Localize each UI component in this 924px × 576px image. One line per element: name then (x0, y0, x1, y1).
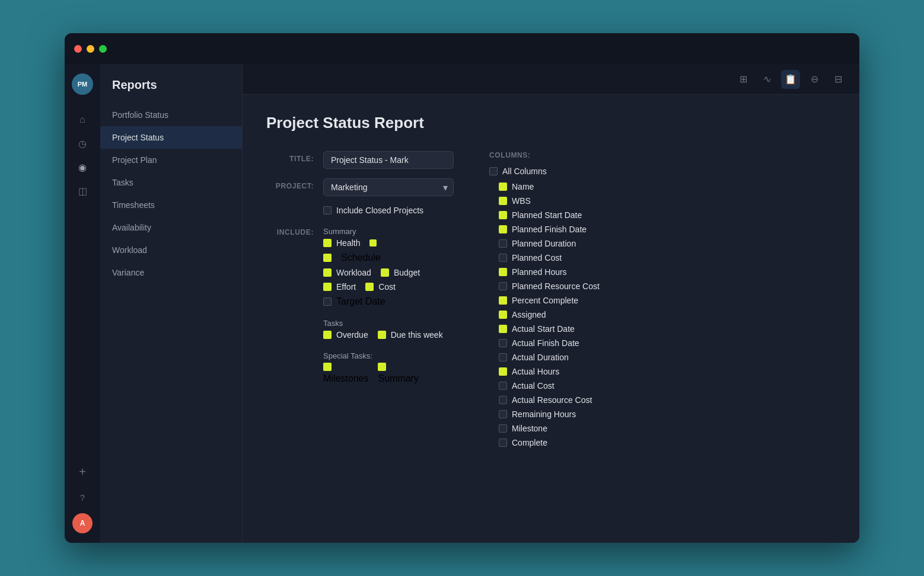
icon-bar: PM ⌂ ◷ ◉ ◫ + ? A (65, 64, 100, 543)
col-percent-complete-checkbox[interactable] (499, 296, 507, 305)
app-window: PM ⌂ ◷ ◉ ◫ + ? A Reports Portfolio Statu… (65, 33, 859, 543)
col-planned-hours-label: Planned Hours (512, 267, 567, 277)
home-icon[interactable]: ⌂ (72, 109, 93, 130)
col-wbs: WBS (489, 196, 836, 206)
col-actual-start-checkbox[interactable] (499, 325, 507, 333)
col-assigned-checkbox[interactable] (499, 311, 507, 319)
col-complete-checkbox[interactable] (499, 439, 507, 447)
col-planned-hours-checkbox[interactable] (499, 268, 507, 276)
col-planned-finish-checkbox[interactable] (499, 225, 507, 233)
include-closed-label: Include Closed Projects (336, 206, 423, 215)
col-planned-finish: Planned Finish Date (489, 225, 836, 234)
summary-special-checkbox[interactable] (378, 363, 386, 371)
title-label: TITLE: (266, 151, 314, 163)
col-planned-start: Planned Start Date (489, 210, 836, 220)
col-actual-duration-label: Actual Duration (512, 353, 569, 362)
col-actual-cost-label: Actual Cost (512, 381, 555, 391)
health-extra-checkbox[interactable] (369, 239, 377, 247)
tasks-title: Tasks (323, 319, 443, 328)
due-this-week-label: Due this week (391, 330, 443, 340)
col-complete-label: Complete (512, 438, 547, 447)
summary-title: Summary (323, 227, 443, 236)
col-actual-finish-label: Actual Finish Date (512, 338, 579, 348)
briefcase-icon[interactable]: ◫ (72, 180, 93, 201)
chart-toolbar-icon[interactable]: ∿ (757, 70, 776, 89)
title-input[interactable] (323, 151, 454, 169)
col-wbs-checkbox[interactable] (499, 197, 507, 205)
sidebar-title: Reports (100, 78, 242, 104)
col-planned-finish-label: Planned Finish Date (512, 225, 587, 234)
col-assigned: Assigned (489, 310, 836, 319)
col-actual-finish: Actual Finish Date (489, 338, 836, 348)
form-columns: TITLE: PROJECT: Marketing Development De… (266, 151, 836, 447)
col-actual-resource-cost-checkbox[interactable] (499, 396, 507, 404)
link-toolbar-icon[interactable]: ⊖ (805, 70, 824, 89)
traffic-lights (74, 45, 107, 53)
col-remaining-hours-label: Remaining Hours (512, 409, 576, 419)
include-section: Summary Health (323, 227, 443, 384)
all-columns-row: All Columns (489, 167, 836, 176)
workload-checkbox[interactable] (323, 268, 332, 277)
minimize-button[interactable] (87, 45, 94, 53)
logo-button[interactable]: PM (72, 73, 93, 95)
sidebar-item-portfolio-status[interactable]: Portfolio Status (100, 104, 242, 126)
col-milestone: Milestone (489, 424, 836, 433)
col-planned-duration-label: Planned Duration (512, 239, 576, 248)
close-button[interactable] (74, 45, 82, 53)
col-planned-duration-checkbox[interactable] (499, 239, 507, 248)
col-milestone-checkbox[interactable] (499, 424, 507, 433)
tasks-section: Tasks Overdue Due this week (323, 319, 443, 340)
search-toolbar-icon[interactable]: ⊞ (734, 70, 753, 89)
clock-icon[interactable]: ◷ (72, 133, 93, 154)
health-checkbox[interactable] (323, 239, 332, 247)
due-this-week-checkbox[interactable] (378, 331, 386, 339)
include-closed-checkbox[interactable] (323, 206, 332, 215)
col-complete: Complete (489, 438, 836, 447)
budget-checkbox[interactable] (381, 268, 389, 277)
col-planned-start-checkbox[interactable] (499, 211, 507, 219)
title-bar (65, 33, 859, 64)
people-icon[interactable]: ◉ (72, 156, 93, 178)
project-select[interactable]: Marketing Development Design Operations (323, 178, 454, 196)
sidebar-item-workload[interactable]: Workload (100, 239, 242, 261)
help-button[interactable]: ? (72, 487, 93, 508)
schedule-checkbox[interactable] (323, 254, 332, 262)
milestones-checkbox[interactable] (323, 363, 332, 371)
budget-checkbox-row: Budget (381, 268, 420, 277)
col-name-checkbox[interactable] (499, 183, 507, 191)
target-date-checkbox[interactable] (323, 297, 332, 306)
include-closed-row: Include Closed Projects (323, 206, 454, 215)
col-actual-duration-checkbox[interactable] (499, 353, 507, 361)
col-planned-cost-label: Planned Cost (512, 253, 562, 263)
add-button[interactable]: + (72, 461, 93, 482)
layout-toolbar-icon[interactable]: ⊟ (829, 70, 847, 89)
col-planned-resource-cost-checkbox[interactable] (499, 282, 507, 290)
col-actual-hours-label: Actual Hours (512, 367, 559, 376)
sidebar-item-timesheets[interactable]: Timesheets (100, 194, 242, 216)
sidebar-item-tasks[interactable]: Tasks (100, 171, 242, 194)
col-remaining-hours-checkbox[interactable] (499, 410, 507, 418)
main-layout: PM ⌂ ◷ ◉ ◫ + ? A Reports Portfolio Statu… (65, 64, 859, 543)
col-planned-cost-checkbox[interactable] (499, 254, 507, 262)
effort-checkbox[interactable] (323, 283, 332, 291)
clipboard-toolbar-icon[interactable]: 📋 (781, 70, 800, 89)
col-actual-hours-checkbox[interactable] (499, 367, 507, 376)
col-planned-resource-cost: Planned Resource Cost (489, 281, 836, 291)
cost-checkbox[interactable] (365, 283, 374, 291)
sidebar-item-project-plan[interactable]: Project Plan (100, 149, 242, 171)
maximize-button[interactable] (99, 45, 107, 53)
sidebar-item-availability[interactable]: Availability (100, 216, 242, 239)
sidebar: Reports Portfolio Status Project Status … (100, 64, 243, 543)
cost-label: Cost (378, 282, 396, 292)
sidebar-item-project-status[interactable]: Project Status (100, 126, 242, 149)
all-columns-label: All Columns (502, 167, 547, 176)
avatar[interactable]: A (72, 513, 93, 533)
col-percent-complete: Percent Complete (489, 296, 836, 305)
overdue-checkbox[interactable] (323, 331, 332, 339)
col-actual-start-label: Actual Start Date (512, 324, 575, 334)
project-row: PROJECT: Marketing Development Design Op… (266, 178, 454, 196)
col-actual-cost-checkbox[interactable] (499, 382, 507, 390)
sidebar-item-variance[interactable]: Variance (100, 261, 242, 284)
col-actual-finish-checkbox[interactable] (499, 339, 507, 347)
all-columns-checkbox[interactable] (489, 167, 498, 175)
